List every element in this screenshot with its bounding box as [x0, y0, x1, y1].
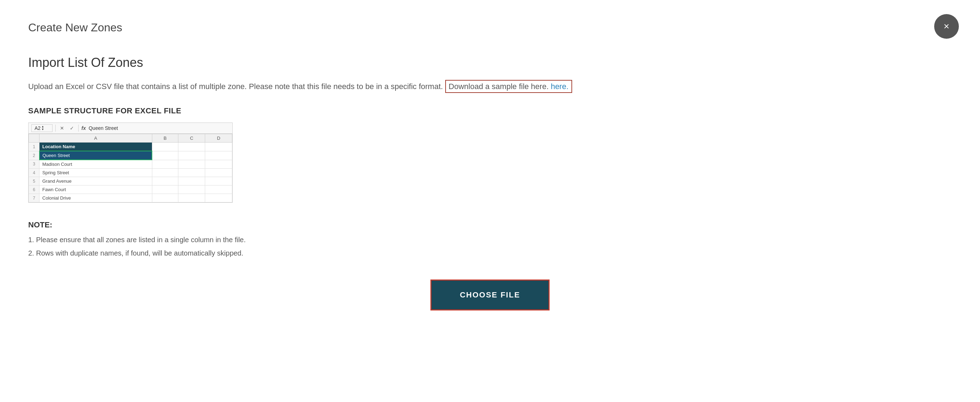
- row-6-col-d: [205, 185, 232, 194]
- col-c-header: C: [178, 134, 205, 142]
- row-number: 7: [29, 194, 40, 203]
- excel-table: A B C D 1 Location Name 2 Queen Street: [29, 134, 232, 203]
- check-icon: ✓: [68, 125, 75, 131]
- download-link[interactable]: here.: [550, 82, 568, 91]
- table-row: 3 Madison Court: [29, 160, 232, 169]
- table-row: 2 Queen Street: [29, 151, 232, 160]
- row-number: 4: [29, 169, 40, 177]
- note-item-1: 1. Please ensure that all zones are list…: [28, 234, 952, 245]
- formula-value: Queen Street: [89, 125, 118, 131]
- row-3-col-d: [205, 160, 232, 169]
- row-3-col-c: [178, 160, 205, 169]
- row-3-col-a: Madison Court: [40, 160, 152, 169]
- cell-reference: A2 ▲ ▼: [31, 124, 52, 132]
- download-sample-box: Download a sample file here. here.: [445, 80, 572, 93]
- toolbar-separator-2: [78, 125, 79, 131]
- excel-toolbar: A2 ▲ ▼ ✕ ✓ fx Queen Street: [29, 123, 232, 134]
- row-5-col-a: Grand Avenue: [40, 177, 152, 185]
- row-1-col-c: [178, 142, 205, 151]
- note-section: NOTE: 1. Please ensure that all zones ar…: [28, 220, 952, 258]
- row-2-col-a: Queen Street: [40, 151, 152, 160]
- row-7-col-a: Colonial Drive: [40, 194, 152, 203]
- row-7-col-b: [152, 194, 178, 203]
- row-4-col-b: [152, 169, 178, 177]
- row-2-col-d: [205, 151, 232, 160]
- row-4-col-d: [205, 169, 232, 177]
- note-label: NOTE:: [28, 220, 952, 229]
- choose-file-button[interactable]: CHOOSE FILE: [430, 280, 549, 310]
- row-5-col-d: [205, 177, 232, 185]
- close-icon: ✕: [59, 125, 65, 131]
- row-number: 5: [29, 177, 40, 185]
- description-text: Upload an Excel or CSV file that contain…: [28, 81, 952, 92]
- row-number: 1: [29, 142, 40, 151]
- row-3-col-b: [152, 160, 178, 169]
- col-b-header: B: [152, 134, 178, 142]
- row-2-col-c: [178, 151, 205, 160]
- row-number: 3: [29, 160, 40, 169]
- row-number: 6: [29, 185, 40, 194]
- col-d-header: D: [205, 134, 232, 142]
- download-text: Download a sample file here.: [449, 82, 549, 91]
- row-1-col-b: [152, 142, 178, 151]
- column-header-row: A B C D: [29, 134, 232, 142]
- row-5-col-c: [178, 177, 205, 185]
- description-prefix: Upload an Excel or CSV file that contain…: [28, 82, 443, 91]
- row-4-col-c: [178, 169, 205, 177]
- row-6-col-a: Fawn Court: [40, 185, 152, 194]
- row-4-col-a: Spring Street: [40, 169, 152, 177]
- choose-file-container: CHOOSE FILE: [28, 280, 952, 310]
- cell-ref-arrows: ▲ ▼: [41, 125, 44, 131]
- row-7-col-d: [205, 194, 232, 203]
- row-1-col-d: [205, 142, 232, 151]
- row-1-col-a: Location Name: [40, 142, 152, 151]
- close-icon: ×: [944, 22, 949, 31]
- row-header-corner: [29, 134, 40, 142]
- table-row: 5 Grand Avenue: [29, 177, 232, 185]
- page-title: Create New Zones: [28, 21, 952, 34]
- row-2-col-b: [152, 151, 178, 160]
- row-number: 2: [29, 151, 40, 160]
- note-item-2: 2. Rows with duplicate names, if found, …: [28, 248, 952, 258]
- table-row: 1 Location Name: [29, 142, 232, 151]
- formula-bar: fx Queen Street: [81, 125, 229, 131]
- toolbar-separator: [55, 125, 56, 131]
- table-row: 7 Colonial Drive: [29, 194, 232, 203]
- excel-preview: A2 ▲ ▼ ✕ ✓ fx Queen Street A B: [28, 122, 233, 203]
- row-6-col-c: [178, 185, 205, 194]
- table-row: 6 Fawn Court: [29, 185, 232, 194]
- table-row: 4 Spring Street: [29, 169, 232, 177]
- row-7-col-c: [178, 194, 205, 203]
- sample-section-label: SAMPLE STRUCTURE FOR EXCEL FILE: [28, 106, 952, 116]
- col-a-header: A: [40, 134, 152, 142]
- fx-label: fx: [81, 125, 86, 131]
- close-button[interactable]: ×: [934, 14, 959, 39]
- row-5-col-b: [152, 177, 178, 185]
- row-6-col-b: [152, 185, 178, 194]
- section-title: Import List Of Zones: [28, 55, 952, 70]
